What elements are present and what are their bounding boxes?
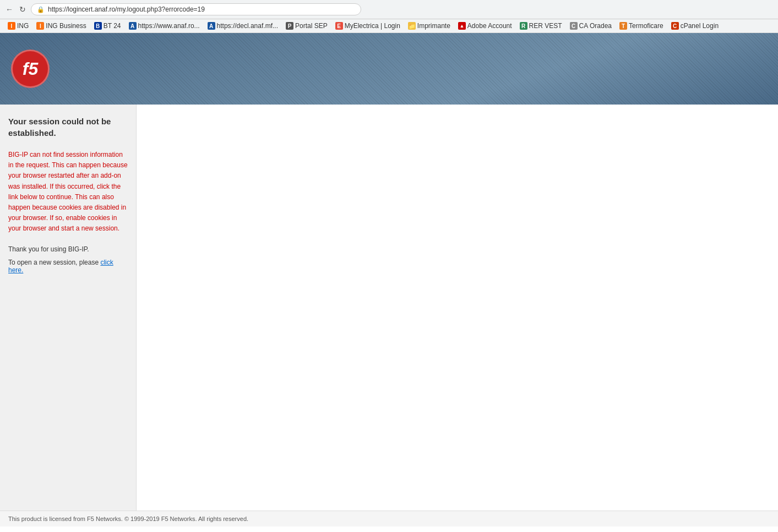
bookmark-label-portal-sep: Portal SEP: [295, 22, 328, 30]
bookmarks-bar: I ING I ING Business B BT 24 A https://w…: [0, 19, 778, 33]
bookmark-myelectrica[interactable]: E MyElectrica | Login: [332, 21, 404, 31]
f5-header: f5: [0, 33, 778, 105]
browser-nav-bar: ← ↻ 🔒 https://logincert.anaf.ro/my.logou…: [0, 0, 778, 19]
main-content: Your session could not be established. B…: [0, 105, 778, 511]
bookmark-termoficare[interactable]: T Termoficare: [616, 21, 667, 31]
bookmark-label-adobe: Adobe Account: [467, 22, 512, 30]
back-button[interactable]: ←: [4, 4, 14, 14]
bookmark-label-ing-business: ING Business: [46, 22, 86, 30]
bookmark-cpanel[interactable]: C cPanel Login: [668, 21, 722, 31]
bookmark-favicon-ing-business: I: [36, 22, 44, 30]
bookmark-label-bt24: BT 24: [104, 22, 121, 30]
bookmark-adobe[interactable]: ▲ Adobe Account: [455, 21, 515, 31]
session-link-text: To open a new session, please click here…: [8, 259, 128, 274]
page: f5 Your session could not be established…: [0, 33, 778, 526]
bookmark-favicon-imprimante: 📁: [408, 22, 416, 30]
bookmark-imprimante[interactable]: 📁 Imprimante: [405, 21, 454, 31]
bookmark-rer-vest[interactable]: R RER VEST: [516, 21, 565, 31]
bookmark-favicon-portal-sep: P: [286, 22, 293, 30]
bookmark-ca-oradea[interactable]: C CA Oradea: [567, 21, 615, 31]
bookmark-favicon-rer-vest: R: [520, 22, 527, 30]
error-title: Your session could not be established.: [8, 116, 128, 139]
error-details: BIG-IP can not find session information …: [8, 150, 128, 234]
bookmark-bt24[interactable]: B BT 24: [91, 21, 124, 31]
footer-license-text: This product is licensed from F5 Network…: [8, 515, 248, 522]
f5-logo: f5: [11, 50, 50, 88]
bookmark-label-termoficare: Termoficare: [629, 22, 663, 30]
left-panel: Your session could not be established. B…: [0, 105, 137, 511]
bookmark-favicon-myelectrica: E: [335, 22, 343, 30]
bookmark-favicon-termoficare: T: [619, 22, 627, 30]
f5-logo-text: f5: [23, 59, 38, 79]
bookmark-label-ca-oradea: CA Oradea: [579, 22, 612, 30]
bookmark-label-myelectrica: MyElectrica | Login: [345, 22, 400, 30]
bookmark-favicon-ing: I: [8, 22, 15, 30]
bookmark-label-anaf1: https://www.anaf.ro...: [138, 22, 200, 30]
bookmark-ing[interactable]: I ING: [4, 21, 32, 31]
bookmark-label-cpanel: cPanel Login: [681, 22, 719, 30]
bookmark-anaf2[interactable]: A https://decl.anaf.mf...: [204, 21, 281, 31]
bookmark-label-rer-vest: RER VEST: [529, 22, 562, 30]
right-panel: [137, 105, 778, 511]
browser-chrome: ← ↻ 🔒 https://logincert.anaf.ro/my.logou…: [0, 0, 778, 33]
bookmark-favicon-ca-oradea: C: [570, 22, 578, 30]
footer: This product is licensed from F5 Network…: [0, 511, 778, 526]
bookmark-portal-sep[interactable]: P Portal SEP: [282, 21, 331, 31]
bookmark-favicon-anaf1: A: [129, 22, 137, 30]
bookmark-favicon-cpanel: C: [671, 22, 679, 30]
bookmark-ing-business[interactable]: I ING Business: [33, 21, 89, 31]
bookmark-label-ing: ING: [17, 22, 29, 30]
bookmark-label-anaf2: https://decl.anaf.mf...: [217, 22, 278, 30]
lock-icon: 🔒: [37, 6, 45, 13]
session-prompt: To open a new session, please: [8, 259, 100, 266]
url-text: https://logincert.anaf.ro/my.logout.php3…: [48, 6, 355, 13]
refresh-button[interactable]: ↻: [18, 4, 28, 14]
bookmark-favicon-adobe: ▲: [458, 22, 466, 30]
address-bar[interactable]: 🔒 https://logincert.anaf.ro/my.logout.ph…: [31, 3, 361, 15]
bookmark-anaf1[interactable]: A https://www.anaf.ro...: [126, 21, 203, 31]
bookmark-favicon-anaf2: A: [208, 22, 215, 30]
bookmark-label-imprimante: Imprimante: [417, 22, 450, 30]
thank-you-text: Thank you for using BIG-IP.: [8, 245, 128, 253]
bookmark-favicon-bt24: B: [94, 22, 102, 30]
